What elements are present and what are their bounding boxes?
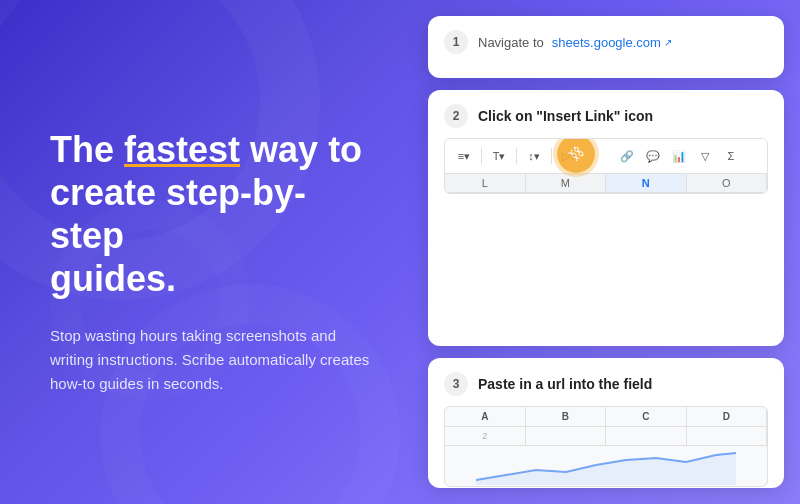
step-1-link[interactable]: sheets.google.com ↗ [552,35,672,50]
toolbar: ≡▾ T▾ ↕▾ ▷▾ ⛓ 🔗 💬 📊 ▽ Σ [445,139,767,174]
step-3-header: 3 Paste in a url into the field [444,372,768,396]
right-panel: 1 Navigate to sheets.google.com ↗ 2 Clic… [420,0,800,504]
mini-spreadsheet: A B C D 2 Text [444,406,768,487]
spreadsheet-ui: ≡▾ T▾ ↕▾ ▷▾ ⛓ 🔗 💬 📊 ▽ Σ [444,138,768,194]
headline-text-2: way to [240,129,362,170]
mini-cell-c2 [606,427,687,445]
column-headers: L M N O [445,174,767,193]
mini-col-c: C [606,407,687,426]
mini-row-header: A B C D [445,407,767,427]
divider-3 [551,148,552,164]
link-text: sheets.google.com [552,35,661,50]
col-header-L: L [445,174,526,192]
step-2-title: Click on "Insert Link" icon [478,108,653,124]
toolbar-align-icon[interactable]: ≡▾ [453,145,475,167]
headline-fastest: fastest [124,129,240,170]
headline-line2: create step-by-step [50,172,306,256]
step-2-header: 2 Click on "Insert Link" icon [444,104,768,128]
step-1-header: 1 Navigate to sheets.google.com ↗ [444,30,768,54]
col-header-O: O [687,174,768,192]
chart-svg [451,450,761,485]
mini-col-b: B [526,407,607,426]
step-3-number: 3 [444,372,468,396]
chart-label: Text [451,485,761,486]
link-icon: ⛓ [565,143,586,164]
step-3-title: Paste in a url into the field [478,376,652,392]
mini-cell-d2 [687,427,768,445]
toolbar-chart-icon[interactable]: 📊 [668,145,690,167]
subtext: Stop wasting hours taking screenshots an… [50,324,370,396]
external-link-icon: ↗ [664,37,672,48]
toolbar-filter-icon[interactable]: ▽ [694,145,716,167]
mini-cell-a2: 2 [445,427,526,445]
toolbar-wrap-icon[interactable]: ↕▾ [523,145,545,167]
mini-col-d: D [687,407,768,426]
insert-link-highlight: ⛓ [557,138,595,173]
headline: The fastest way to create step-by-step g… [50,128,380,301]
col-header-M: M [526,174,607,192]
headline-line3: guides. [50,258,176,299]
step-2-card: 2 Click on "Insert Link" icon ≡▾ T▾ ↕▾ ▷… [428,90,784,346]
toolbar-sum-icon[interactable]: Σ [720,145,742,167]
divider-2 [516,148,517,164]
main-container: The fastest way to create step-by-step g… [0,0,800,504]
chart-area: Text [445,446,767,486]
toolbar-comment-icon[interactable]: 💬 [642,145,664,167]
step-1-content: Navigate to sheets.google.com ↗ [478,31,672,54]
left-panel: The fastest way to create step-by-step g… [0,0,420,504]
toolbar-text-icon[interactable]: T▾ [488,145,510,167]
col-header-N: N [606,174,687,192]
mini-cell-b2 [526,427,607,445]
step-3-card: 3 Paste in a url into the field A B C D … [428,358,784,488]
divider-1 [481,148,482,164]
mini-col-a: A [445,407,526,426]
headline-text-1: The [50,129,124,170]
step-1-card: 1 Navigate to sheets.google.com ↗ [428,16,784,78]
step-1-label: Navigate to [478,35,544,50]
step-1-number: 1 [444,30,468,54]
toolbar-link-icon[interactable]: 🔗 [616,145,638,167]
mini-row-2: 2 [445,427,767,446]
step-2-number: 2 [444,104,468,128]
